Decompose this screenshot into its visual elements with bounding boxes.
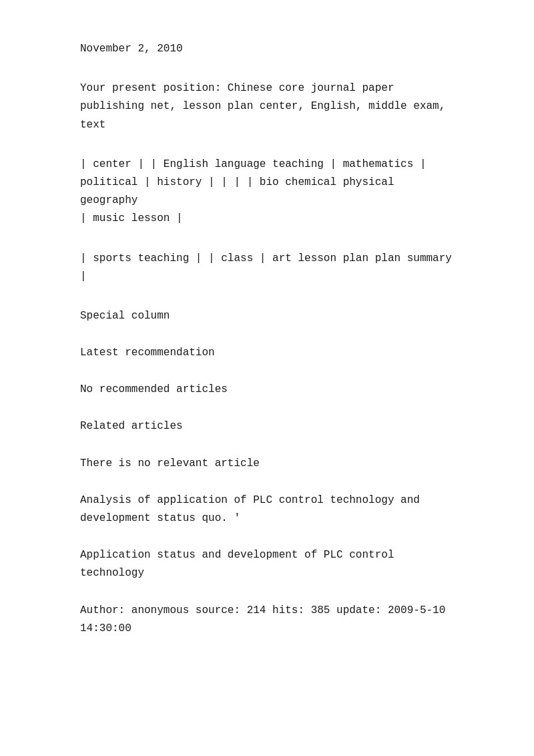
article2-line2[interactable]: technology xyxy=(80,564,454,582)
no-recommended-section: No recommended articles xyxy=(80,381,454,399)
author-info-section: Author: anonymous source: 214 hits: 385 … xyxy=(80,602,454,638)
nav-block: | center | | English language teaching |… xyxy=(80,156,454,228)
date-line: November 2, 2010 xyxy=(80,40,454,58)
latest-recommendation-label: Latest recommendation xyxy=(80,347,215,359)
nav2-line2[interactable]: | xyxy=(80,268,454,286)
no-relevant-section: There is no relevant article xyxy=(80,455,454,473)
article1-line2[interactable]: development status quo. ' xyxy=(80,510,454,528)
breadcrumb-line1: Your present position: Chinese core jour… xyxy=(80,79,454,98)
nav-block2: | sports teaching | | class | art lesson… xyxy=(80,250,454,286)
latest-recommendation-section: Latest recommendation xyxy=(80,344,454,362)
article1-section[interactable]: Analysis of application of PLC control t… xyxy=(80,492,454,528)
breadcrumb-block: Your present position: Chinese core jour… xyxy=(80,79,454,134)
nav1-line3[interactable]: | music lesson | xyxy=(80,210,454,228)
article1-line1[interactable]: Analysis of application of PLC control t… xyxy=(80,492,454,510)
author-info-line1: Author: anonymous source: 214 hits: 385 … xyxy=(80,602,454,620)
no-relevant-text: There is no relevant article xyxy=(80,457,260,469)
article2-line1[interactable]: Application status and development of PL… xyxy=(80,546,454,564)
author-info-line2: 14:30:00 xyxy=(80,620,454,638)
special-column-section: Special column xyxy=(80,307,454,325)
related-articles-section: Related articles xyxy=(80,417,454,435)
related-articles-label: Related articles xyxy=(80,420,183,432)
nav1-line1[interactable]: | center | | English language teaching |… xyxy=(80,156,454,174)
breadcrumb-line3: text xyxy=(80,116,454,134)
nav2-line1[interactable]: | sports teaching | | class | art lesson… xyxy=(80,250,454,268)
article2-section[interactable]: Application status and development of PL… xyxy=(80,546,454,582)
breadcrumb-line2: publishing net, lesson plan center, Engl… xyxy=(80,98,454,116)
nav1-line2[interactable]: political | history | | | | bio chemical… xyxy=(80,174,454,210)
special-column-label: Special column xyxy=(80,310,170,322)
date-text: November 2, 2010 xyxy=(80,43,183,55)
no-recommended-text: No recommended articles xyxy=(80,383,228,395)
